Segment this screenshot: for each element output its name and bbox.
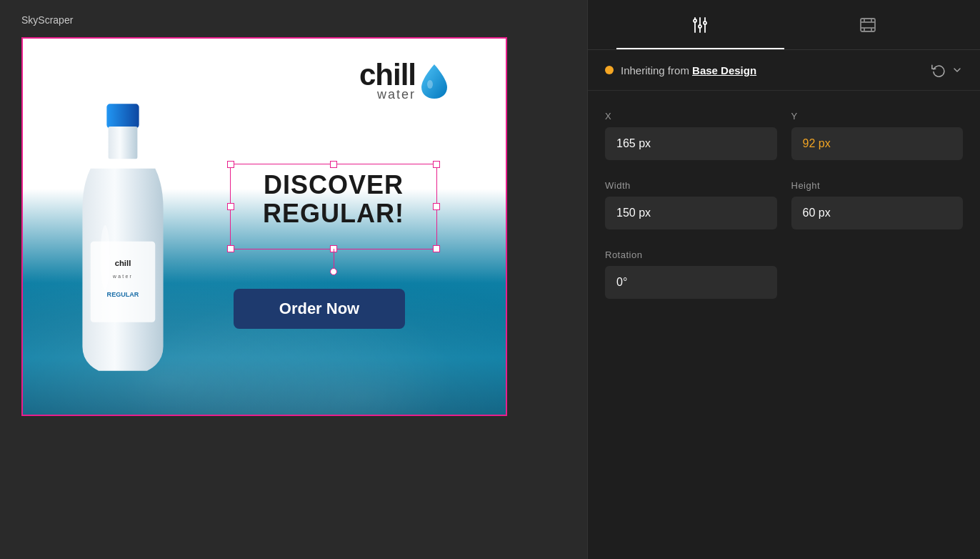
film-icon <box>859 16 876 34</box>
svg-rect-3 <box>91 242 156 322</box>
order-now-button[interactable]: Order Now <box>234 289 405 329</box>
layer-label: SkyScraper <box>21 14 566 26</box>
bottle-area: chill water REGULAR <box>59 96 187 403</box>
width-group: Width <box>605 180 777 229</box>
y-label: Y <box>791 111 964 122</box>
handle-top-left[interactable] <box>227 161 234 168</box>
inherit-dot <box>605 66 614 74</box>
rotation-row: Rotation <box>605 249 963 299</box>
left-panel: SkyScraper chill water <box>0 0 587 559</box>
handle-mid-left[interactable] <box>227 203 234 210</box>
rotation-input[interactable] <box>605 266 777 299</box>
logo-area: chill water <box>359 60 449 102</box>
svg-text:chill: chill <box>115 259 131 267</box>
wh-row: Width Height <box>605 180 963 229</box>
logo-chill: chill <box>359 60 416 90</box>
x-group: X <box>605 111 777 160</box>
rotation-line <box>334 249 334 270</box>
logo-text: chill water <box>359 60 416 102</box>
handle-bottom-left[interactable] <box>227 245 234 252</box>
width-input[interactable] <box>605 197 777 229</box>
tabs-bar <box>588 0 980 50</box>
svg-rect-17 <box>861 19 875 31</box>
svg-rect-1 <box>106 104 139 128</box>
undo-icon[interactable] <box>931 63 946 77</box>
water-drop-icon <box>420 63 449 100</box>
svg-point-0 <box>427 80 433 89</box>
chevron-down-icon[interactable] <box>951 64 963 76</box>
svg-text:REGULAR: REGULAR <box>107 291 139 298</box>
canvas-area[interactable]: chill water <box>21 37 507 416</box>
rotation-label: Rotation <box>605 249 777 260</box>
inherit-actions <box>931 63 963 77</box>
height-input[interactable] <box>791 197 964 229</box>
handle-bottom-right[interactable] <box>433 245 440 252</box>
bottle-icon: chill water REGULAR <box>59 96 187 403</box>
width-label: Width <box>605 180 777 191</box>
svg-rect-2 <box>109 127 138 159</box>
handle-top-center[interactable] <box>330 161 337 168</box>
height-label: Height <box>791 180 964 191</box>
y-input[interactable] <box>791 127 964 160</box>
x-input[interactable] <box>605 127 777 160</box>
xy-row: X Y <box>605 111 963 160</box>
height-group: Height <box>791 180 964 229</box>
svg-point-7 <box>100 225 110 290</box>
handle-mid-right[interactable] <box>433 203 440 210</box>
logo-water: water <box>377 87 416 102</box>
inherit-bar: Inheriting from Base Design <box>588 50 980 91</box>
x-label: X <box>605 111 777 122</box>
base-design-link[interactable]: Base Design <box>692 64 756 76</box>
sliders-icon <box>691 16 709 34</box>
svg-text:water: water <box>112 274 133 279</box>
selection-box[interactable] <box>230 164 437 249</box>
properties-panel: X Y Width Height Rotation <box>588 91 980 319</box>
y-group: Y <box>791 111 964 160</box>
tab-properties[interactable] <box>616 0 784 49</box>
rotation-group: Rotation <box>605 249 777 299</box>
handle-top-right[interactable] <box>433 161 440 168</box>
tab-animations[interactable] <box>784 0 952 49</box>
right-panel: Inheriting from Base Design X Y <box>587 0 980 559</box>
rotation-handle[interactable] <box>330 268 337 275</box>
inherit-text: Inheriting from Base Design <box>621 64 924 76</box>
